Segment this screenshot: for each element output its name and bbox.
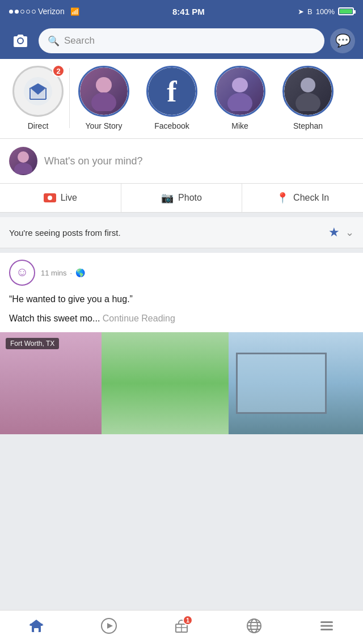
stephan-ring [282, 66, 334, 117]
story-label-mike: Mike [231, 121, 248, 130]
search-icon: 🔍 [48, 35, 60, 47]
search-placeholder: Search [64, 35, 95, 46]
your-story-avatar [80, 67, 128, 115]
story-label-direct: Direct [28, 121, 49, 130]
dot-5 [32, 10, 36, 14]
story-label-your-story: Your Story [86, 121, 123, 130]
live-button[interactable]: Live [0, 184, 121, 212]
svg-point-8 [296, 93, 320, 111]
battery-icon [338, 7, 354, 15]
post-visibility-icon: 🌎 [75, 268, 85, 277]
post-body-text: Watch this sweet mo... [9, 313, 100, 323]
post-card: ☺ 11 mins · 🌎 “He wanted to give you a h… [0, 253, 363, 434]
post-body: “He wanted to give you a hug.” Watch thi… [0, 290, 363, 332]
checkin-icon: 📍 [276, 192, 289, 204]
messenger-icon: 💬 [335, 33, 351, 48]
battery-fill [340, 9, 352, 14]
sort-chevron-icon[interactable]: ⌄ [345, 226, 354, 239]
feed-header-text: You're seeing posts from first. [9, 227, 121, 239]
svg-point-9 [18, 151, 29, 163]
camera-button[interactable] [8, 28, 33, 53]
status-time: 8:41 PM [172, 7, 205, 16]
facebook-avatar-wrapper: f [146, 66, 197, 117]
post-image-location: Fort Worth, TX [6, 338, 59, 349]
direct-avatar-wrapper: 2 [12, 66, 64, 117]
story-item-your-story[interactable]: Your Story [70, 66, 138, 130]
search-bar[interactable]: 🔍 Search [39, 28, 324, 53]
photo-button[interactable]: 📷 Photo [121, 184, 243, 212]
story-item-facebook[interactable]: f Facebook [138, 66, 206, 130]
dot-1 [9, 10, 13, 14]
dot-3 [20, 10, 24, 14]
action-bar: Live 📷 Photo 📍 Check In [0, 184, 363, 213]
compose-placeholder[interactable]: What's on your mind? [44, 155, 143, 167]
live-icon [44, 193, 56, 202]
post-header: ☺ 11 mins · 🌎 [0, 253, 363, 290]
your-story-ring [78, 66, 129, 117]
bluetooth-icon: B [307, 7, 313, 16]
svg-point-7 [301, 78, 315, 92]
story-label-stephan: Stephan [293, 121, 323, 130]
svg-point-3 [96, 77, 112, 93]
compose-section: What's on your mind? [0, 139, 363, 184]
stephan-avatar [284, 67, 332, 115]
photo-label: Photo [178, 193, 202, 203]
status-bar: Verizon 📶 8:41 PM ➤ B 100% [0, 0, 363, 23]
story-item-stephan[interactable]: Stephan [274, 66, 342, 130]
messenger-button[interactable]: 💬 [330, 28, 355, 53]
svg-point-5 [232, 78, 248, 92]
post-quote: “He wanted to give you a hug.” [9, 293, 354, 306]
direct-icon [24, 77, 52, 105]
svg-text:☺: ☺ [16, 265, 28, 279]
mike-avatar-wrapper [214, 66, 265, 117]
facebook-ring: f [146, 66, 197, 117]
facebook-logo: f [148, 67, 196, 115]
post-author-avatar: ☺ [9, 260, 35, 286]
status-left: Verizon 📶 [9, 7, 79, 16]
post-image: Fort Worth, TX [0, 332, 363, 434]
feed-header-actions: ★ ⌄ [328, 225, 354, 240]
feed-header: You're seeing posts from first. ★ ⌄ [0, 217, 363, 248]
status-right: ➤ B 100% [298, 7, 354, 16]
stephan-avatar-wrapper [282, 66, 334, 117]
battery-percentage: 100% [316, 7, 335, 16]
post-time-text: 11 mins [41, 269, 67, 277]
post-time: 11 mins · 🌎 [41, 268, 85, 277]
svg-point-10 [14, 163, 32, 174]
wifi-icon: 📶 [70, 7, 79, 16]
img-stripe-mid [102, 332, 229, 434]
mike-avatar [216, 67, 264, 115]
photo-icon: 📷 [161, 192, 174, 204]
post-meta: 11 mins · 🌎 [41, 268, 85, 277]
svg-point-6 [227, 93, 252, 111]
direct-badge: 2 [52, 65, 65, 77]
img-window-frame [236, 353, 327, 414]
dot-2 [15, 10, 19, 14]
story-label-facebook: Facebook [154, 121, 189, 130]
post-dot: · [70, 269, 73, 277]
post-text: Watch this sweet mo... Continue Reading [9, 312, 354, 325]
checkin-button[interactable]: 📍 Check In [242, 184, 363, 212]
checkin-label: Check In [293, 193, 329, 203]
sort-star-icon[interactable]: ★ [328, 225, 340, 240]
live-label: Live [61, 193, 77, 203]
story-item-mike[interactable]: Mike [206, 66, 274, 130]
nav-bar: 🔍 Search 💬 [0, 23, 363, 59]
user-avatar [9, 147, 37, 175]
location-icon: ➤ [298, 7, 304, 16]
story-item-direct[interactable]: 2 Direct [7, 66, 69, 130]
continue-reading[interactable]: Continue Reading [103, 313, 175, 323]
your-story-avatar-wrapper [78, 66, 129, 117]
signal-dots [9, 10, 36, 14]
svg-point-4 [91, 92, 116, 111]
stories-row: 2 Direct Your Story f Facebook [0, 59, 363, 139]
mike-ring [214, 66, 265, 117]
carrier-label: Verizon [38, 7, 65, 16]
dot-4 [26, 10, 30, 14]
separator [0, 213, 363, 217]
